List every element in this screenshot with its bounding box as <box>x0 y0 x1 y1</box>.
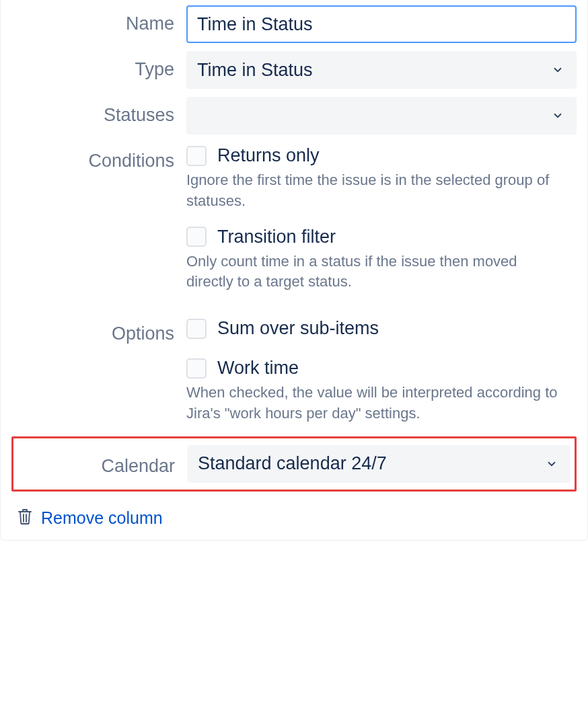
calendar-select-value: Standard calendar 24/7 <box>198 453 387 474</box>
statuses-row: Statuses <box>11 97 577 134</box>
transition-filter-checkbox[interactable] <box>186 227 207 247</box>
sum-sub-items-label: Sum over sub-items <box>217 318 379 339</box>
transition-filter-help: Only count time in a status if the issue… <box>186 251 563 293</box>
conditions-label: Conditions <box>11 143 186 171</box>
name-label: Name <box>11 5 186 34</box>
options-label: Options <box>11 315 186 344</box>
column-settings-panel: Name Type Time in Status Statuses <box>0 0 588 541</box>
chevron-down-icon <box>544 456 560 472</box>
work-time-help: When checked, the value will be interpre… <box>186 383 563 424</box>
returns-only-label: Returns only <box>217 145 320 166</box>
calendar-select[interactable]: Standard calendar 24/7 <box>187 445 571 483</box>
chevron-down-icon <box>550 62 566 78</box>
name-input[interactable] <box>186 5 577 43</box>
name-row: Name <box>11 5 577 43</box>
type-select[interactable]: Time in Status <box>186 51 577 89</box>
trash-icon <box>17 508 33 529</box>
work-time-label: Work time <box>217 358 299 379</box>
sum-sub-items-checkbox[interactable] <box>186 319 207 339</box>
type-select-value: Time in Status <box>197 60 313 81</box>
calendar-row-highlight: Calendar Standard calendar 24/7 <box>11 436 577 492</box>
options-row: Options Sum over sub-items Work time Whe… <box>11 315 577 431</box>
transition-filter-label: Transition filter <box>217 227 336 247</box>
statuses-select[interactable] <box>186 97 577 134</box>
work-time-checkbox[interactable] <box>186 358 207 379</box>
returns-only-checkbox[interactable] <box>186 146 207 166</box>
type-label: Type <box>11 51 186 80</box>
returns-only-help: Ignore the first time the issue is in th… <box>186 170 563 212</box>
conditions-row: Conditions Returns only Ignore the first… <box>11 143 577 307</box>
calendar-label: Calendar <box>13 451 187 477</box>
type-row: Type Time in Status <box>11 51 577 89</box>
chevron-down-icon <box>550 108 566 124</box>
remove-column-link[interactable]: Remove column <box>17 508 163 529</box>
statuses-label: Statuses <box>11 97 186 126</box>
remove-column-label: Remove column <box>41 508 163 528</box>
